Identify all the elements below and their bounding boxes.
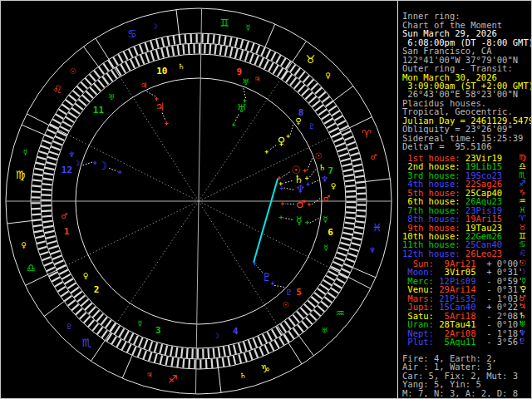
sign-ruler-glyph-jupi: ♃ bbox=[146, 371, 153, 379]
sign-glyph-sag: ♐ bbox=[168, 373, 178, 386]
degree-tick bbox=[97, 328, 103, 335]
degree-tick bbox=[168, 37, 170, 46]
degree-tick bbox=[313, 101, 320, 107]
house-number-1: 1 bbox=[64, 226, 70, 237]
degree-tick bbox=[127, 344, 131, 352]
degree-tick bbox=[40, 252, 48, 255]
degree-tick bbox=[113, 57, 118, 65]
degree-tick bbox=[134, 336, 138, 345]
chart-wheel: ♈♂♉♀♊☿♋☽♌☉♍☿♎♀♏♇♐♃♑♄♒♅♓♆1♂2♀3☿4☽5☉6☿7♀8♇… bbox=[1, 1, 397, 398]
degree-tick bbox=[36, 163, 45, 165]
planet-row: Plut: 5Aqu11 - 3°56'♇ bbox=[402, 337, 532, 346]
degree-tick bbox=[165, 345, 168, 355]
degree-tick bbox=[293, 315, 299, 323]
degree-tick bbox=[47, 130, 56, 134]
degree-tick bbox=[309, 96, 317, 103]
degree-tick bbox=[156, 50, 159, 60]
degree-tick bbox=[229, 346, 230, 356]
degree-tick bbox=[98, 80, 105, 87]
sign-boundary bbox=[122, 356, 132, 379]
degree-tick bbox=[183, 44, 184, 54]
transit-pointer bbox=[83, 162, 93, 165]
house-row: 12th house: 26Leo23♌ bbox=[402, 249, 532, 258]
natal-pointer bbox=[282, 172, 290, 177]
degree-tick bbox=[42, 221, 52, 223]
degree-tick bbox=[62, 121, 71, 126]
transit-planet-glyph-merc: ☿ bbox=[323, 214, 328, 224]
aspect-line-sun-plut bbox=[254, 179, 278, 263]
degree-tick bbox=[135, 57, 140, 66]
info-line: DeltaT = 95.5106 bbox=[402, 142, 532, 150]
degree-tick bbox=[76, 308, 82, 314]
degree-tick bbox=[328, 293, 335, 298]
degree-tick bbox=[254, 349, 258, 357]
degree-tick bbox=[149, 342, 152, 351]
sign-glyph-gem: ♊ bbox=[220, 17, 230, 29]
degree-tick bbox=[57, 265, 66, 269]
natal-planet-glyph-plut: ♇ bbox=[262, 271, 272, 283]
degree-tick bbox=[286, 74, 292, 82]
house-cusp-line bbox=[199, 79, 281, 201]
house-number-7: 7 bbox=[328, 165, 334, 176]
degree-tick bbox=[288, 332, 293, 339]
degree-tick bbox=[102, 330, 107, 337]
degree-tick bbox=[106, 320, 111, 328]
degree-tick bbox=[79, 99, 86, 106]
degree-tick bbox=[143, 351, 146, 359]
degree-tick bbox=[352, 238, 362, 240]
degree-tick bbox=[335, 116, 342, 121]
degree-tick bbox=[266, 50, 270, 58]
degree-tick bbox=[254, 56, 259, 65]
degree-tick bbox=[346, 191, 356, 192]
degree-tick bbox=[47, 268, 55, 272]
degree-tick bbox=[89, 307, 96, 314]
degree-tick bbox=[305, 92, 313, 99]
degree-tick bbox=[337, 278, 345, 283]
degree-tick bbox=[76, 86, 83, 93]
house-number-5: 5 bbox=[296, 287, 302, 298]
degree-tick bbox=[187, 348, 188, 358]
degree-tick bbox=[155, 342, 157, 352]
degree-tick bbox=[308, 79, 314, 86]
degree-tick bbox=[167, 47, 169, 57]
house-cusp-line bbox=[67, 135, 199, 201]
degree-tick bbox=[323, 280, 332, 285]
degree-tick bbox=[145, 42, 148, 51]
degree-tick bbox=[42, 179, 52, 180]
degree-tick bbox=[129, 49, 133, 57]
degree-tick bbox=[293, 328, 299, 336]
sign-ruler-glyph-satu: ♄ bbox=[239, 372, 246, 380]
degree-tick bbox=[189, 44, 190, 54]
degree-tick bbox=[38, 247, 47, 249]
degree-tick bbox=[129, 333, 133, 342]
degree-tick bbox=[33, 174, 42, 175]
degree-tick bbox=[345, 223, 355, 224]
natal-planet-glyph-moon: ☽ bbox=[98, 160, 108, 172]
degree-tick bbox=[80, 313, 86, 319]
degree-tick bbox=[311, 297, 318, 303]
degree-tick bbox=[181, 347, 182, 357]
house-ruler-glyph-9: ♃ bbox=[254, 75, 261, 83]
degree-tick bbox=[57, 287, 65, 292]
natal-pointer bbox=[268, 145, 276, 150]
degree-tick bbox=[327, 123, 335, 128]
degree-tick bbox=[69, 95, 76, 101]
element-stats-block: Fire: 4, Earth: 2,Air : 1, Water: 3Car: … bbox=[402, 354, 532, 397]
transit-planet-glyph-venu: ♀ bbox=[295, 116, 301, 126]
house-number-6: 6 bbox=[328, 227, 333, 238]
degree-tick bbox=[235, 48, 238, 58]
degree-tick bbox=[337, 148, 347, 151]
degree-tick bbox=[124, 52, 128, 60]
degree-tick bbox=[258, 337, 262, 346]
degree-tick bbox=[217, 358, 218, 367]
degree-tick bbox=[350, 153, 359, 155]
degree-tick bbox=[37, 241, 46, 244]
degree-tick bbox=[354, 232, 363, 234]
degree-tick bbox=[214, 34, 214, 43]
degree-tick bbox=[115, 326, 120, 334]
degree-tick bbox=[212, 359, 213, 368]
degree-tick bbox=[219, 35, 219, 44]
degree-tick bbox=[357, 210, 366, 211]
degree-tick bbox=[356, 182, 365, 183]
house-ruler-glyph-1: ♂ bbox=[61, 212, 67, 220]
